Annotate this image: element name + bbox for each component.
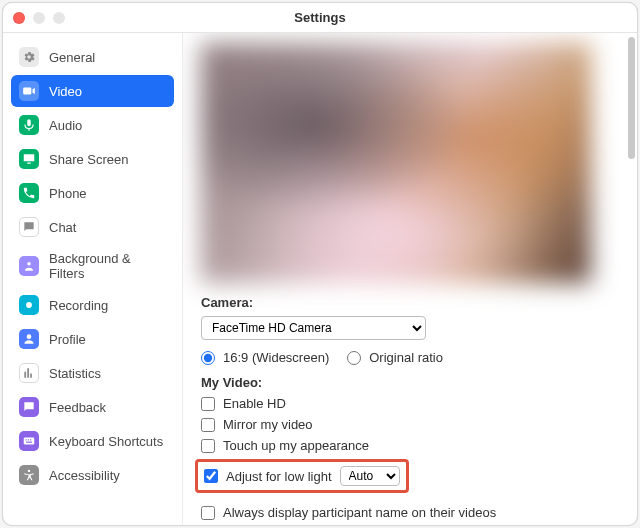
ratio-original-radio[interactable]	[347, 351, 361, 365]
audio-icon	[19, 115, 39, 135]
mirror-checkbox[interactable]	[201, 418, 215, 432]
ratio-widescreen-label: 16:9 (Widescreen)	[223, 350, 329, 365]
low-light-mode-select[interactable]: Auto	[340, 466, 400, 486]
scrollbar[interactable]	[627, 37, 635, 526]
settings-window: Settings General Video Audio	[2, 2, 638, 526]
sidebar-item-recording[interactable]: Recording	[11, 289, 174, 321]
page-title: Settings	[3, 10, 637, 25]
sidebar-item-audio[interactable]: Audio	[11, 109, 174, 141]
touch-up-checkbox[interactable]	[201, 439, 215, 453]
zoom-window-icon[interactable]	[53, 12, 65, 24]
background-filters-icon	[19, 256, 39, 276]
phone-icon	[19, 183, 39, 203]
camera-preview	[201, 43, 591, 283]
low-light-checkbox[interactable]	[204, 469, 218, 483]
always-name-label: Always display participant name on their…	[223, 505, 496, 520]
ratio-widescreen-radio[interactable]	[201, 351, 215, 365]
enable-hd-checkbox[interactable]	[201, 397, 215, 411]
sidebar-item-profile[interactable]: Profile	[11, 323, 174, 355]
svg-rect-7	[26, 442, 32, 443]
sidebar-item-label: Profile	[49, 332, 86, 347]
video-icon	[19, 81, 39, 101]
minimize-icon[interactable]	[33, 12, 45, 24]
gear-icon	[19, 47, 39, 67]
sidebar-item-label: Share Screen	[49, 152, 129, 167]
sidebar-item-background-filters[interactable]: Background & Filters	[11, 245, 174, 287]
mirror-label: Mirror my video	[223, 417, 313, 432]
share-icon	[19, 149, 39, 169]
svg-point-0	[27, 262, 31, 266]
window-controls	[13, 12, 65, 24]
svg-rect-5	[28, 439, 29, 440]
svg-point-1	[26, 302, 32, 308]
sidebar-item-label: Accessibility	[49, 468, 120, 483]
sidebar-item-accessibility[interactable]: Accessibility	[11, 459, 174, 491]
sidebar-item-label: Statistics	[49, 366, 101, 381]
touch-up-label: Touch up my appearance	[223, 438, 369, 453]
accessibility-icon	[19, 465, 39, 485]
myvideo-section-label: My Video:	[201, 375, 621, 390]
sidebar-item-label: Video	[49, 84, 82, 99]
titlebar: Settings	[3, 3, 637, 33]
sidebar-item-chat[interactable]: Chat	[11, 211, 174, 243]
profile-icon	[19, 329, 39, 349]
enable-hd-label: Enable HD	[223, 396, 286, 411]
svg-point-8	[28, 470, 30, 472]
sidebar-item-label: General	[49, 50, 95, 65]
sidebar-item-feedback[interactable]: Feedback	[11, 391, 174, 423]
sidebar-item-label: Phone	[49, 186, 87, 201]
sidebar-item-video[interactable]: Video	[11, 75, 174, 107]
svg-rect-4	[26, 439, 27, 440]
aspect-ratio-row: 16:9 (Widescreen) Original ratio	[201, 350, 621, 365]
close-icon[interactable]	[13, 12, 25, 24]
statistics-icon	[19, 363, 39, 383]
svg-rect-6	[30, 439, 31, 440]
sidebar-item-label: Background & Filters	[49, 251, 166, 281]
svg-point-2	[27, 334, 32, 339]
sidebar-item-phone[interactable]: Phone	[11, 177, 174, 209]
sidebar: General Video Audio Share Screen	[3, 33, 183, 525]
body: General Video Audio Share Screen	[3, 33, 637, 525]
sidebar-item-share-screen[interactable]: Share Screen	[11, 143, 174, 175]
svg-rect-3	[24, 438, 35, 445]
always-name-checkbox[interactable]	[201, 506, 215, 520]
low-light-highlight: Adjust for low light Auto	[195, 459, 409, 493]
feedback-icon	[19, 397, 39, 417]
chat-icon	[19, 217, 39, 237]
camera-select[interactable]: FaceTime HD Camera	[201, 316, 426, 340]
low-light-label: Adjust for low light	[226, 469, 332, 484]
sidebar-item-label: Feedback	[49, 400, 106, 415]
camera-section-label: Camera:	[201, 295, 621, 310]
sidebar-item-label: Keyboard Shortcuts	[49, 434, 163, 449]
sidebar-item-label: Audio	[49, 118, 82, 133]
content-pane: Camera: FaceTime HD Camera 16:9 (Widescr…	[183, 33, 637, 525]
sidebar-item-label: Recording	[49, 298, 108, 313]
ratio-original-label: Original ratio	[369, 350, 443, 365]
sidebar-item-statistics[interactable]: Statistics	[11, 357, 174, 389]
recording-icon	[19, 295, 39, 315]
sidebar-item-general[interactable]: General	[11, 41, 174, 73]
keyboard-icon	[19, 431, 39, 451]
sidebar-item-keyboard-shortcuts[interactable]: Keyboard Shortcuts	[11, 425, 174, 457]
sidebar-item-label: Chat	[49, 220, 76, 235]
